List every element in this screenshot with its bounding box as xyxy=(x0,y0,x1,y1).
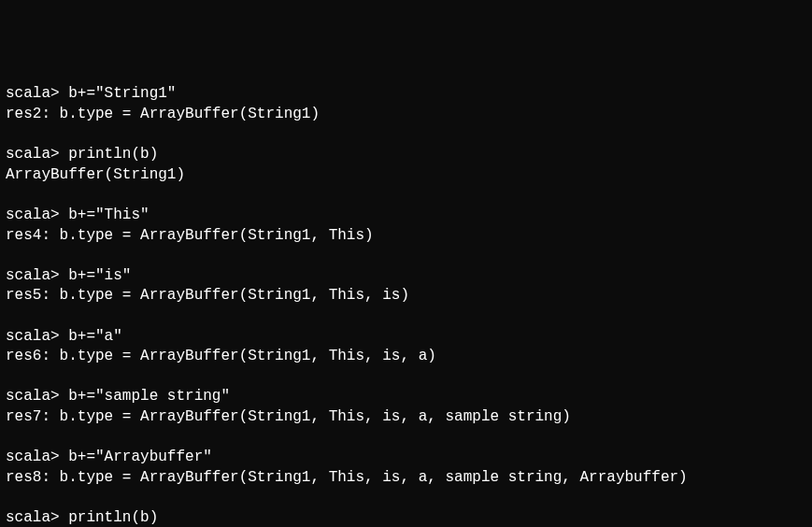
repl-output-line: res4: b.type = ArrayBuffer(String1, This… xyxy=(6,226,806,247)
repl-output-line: res8: b.type = ArrayBuffer(String1, This… xyxy=(6,468,806,489)
blank-line xyxy=(6,367,806,388)
blank-line xyxy=(6,427,806,448)
terminal-output[interactable]: scala> b+="String1"res2: b.type = ArrayB… xyxy=(6,84,806,527)
repl-prompt-line: scala> println(b) xyxy=(6,145,806,165)
repl-output-line: res6: b.type = ArrayBuffer(String1, This… xyxy=(6,347,806,367)
repl-prompt-line: scala> println(b) xyxy=(6,508,806,527)
blank-line xyxy=(6,125,806,146)
repl-prompt-line: scala> b+="This" xyxy=(6,206,806,226)
repl-prompt-line: scala> b+="is" xyxy=(6,266,806,287)
blank-line xyxy=(6,246,806,266)
repl-output-line: res2: b.type = ArrayBuffer(String1) xyxy=(6,105,806,125)
blank-line xyxy=(6,306,806,327)
repl-output-line: res7: b.type = ArrayBuffer(String1, This… xyxy=(6,407,806,428)
repl-output-line: res5: b.type = ArrayBuffer(String1, This… xyxy=(6,286,806,306)
repl-output-line: ArrayBuffer(String1) xyxy=(6,165,806,186)
blank-line xyxy=(6,488,806,508)
blank-line xyxy=(6,185,806,206)
repl-prompt-line: scala> b+="Arraybuffer" xyxy=(6,448,806,468)
repl-prompt-line: scala> b+="String1" xyxy=(6,84,806,105)
repl-prompt-line: scala> b+="sample string" xyxy=(6,387,806,407)
repl-prompt-line: scala> b+="a" xyxy=(6,327,806,348)
